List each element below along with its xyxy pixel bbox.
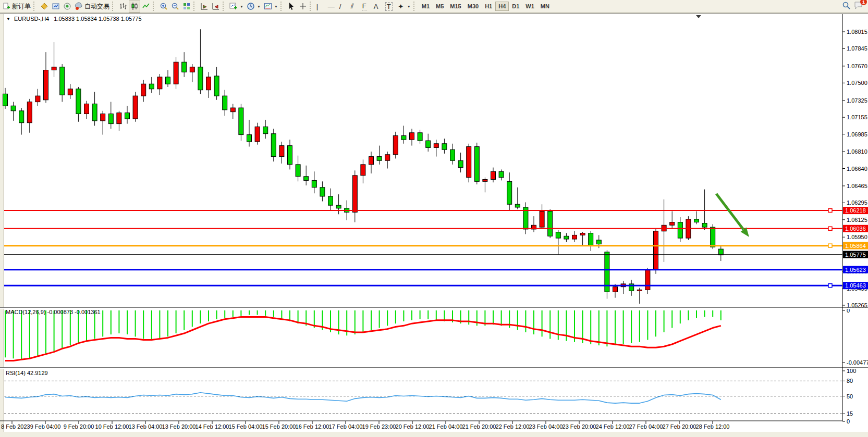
chart-window-icon xyxy=(52,2,60,10)
candle-body xyxy=(369,157,374,165)
chart-window-button[interactable] xyxy=(50,1,62,12)
timeframe-m5-button[interactable]: M5 xyxy=(433,2,447,11)
toolbar-grip xyxy=(153,2,156,11)
cursor-button[interactable] xyxy=(286,1,297,12)
candle-body xyxy=(214,76,219,96)
time-axis-label: 27 Feb 04:00 xyxy=(629,423,663,430)
new-order-button[interactable]: 新订单 xyxy=(2,1,32,12)
new-chart-button[interactable]: ▼ xyxy=(228,1,245,12)
template-button[interactable]: ▼ xyxy=(262,1,279,12)
time-axis-label: 21 Feb 04:00 xyxy=(429,423,463,430)
candle-body xyxy=(467,147,471,178)
new-chart-icon xyxy=(229,2,238,10)
toolbar-right-group: 1 xyxy=(842,1,866,12)
line-chart-icon xyxy=(142,2,150,10)
timeframe-m15-button[interactable]: M15 xyxy=(447,2,464,11)
timeframe-group: M1M5M15M30H1H4D1W1MN xyxy=(419,2,553,11)
shapes-icon: ✦ xyxy=(397,3,405,10)
label-button[interactable]: T xyxy=(384,1,395,12)
period-button[interactable]: ▼ xyxy=(245,1,262,12)
candlestick-chart-button[interactable] xyxy=(129,1,140,13)
tile-windows-icon xyxy=(182,2,191,10)
chat-button[interactable]: 1 xyxy=(854,1,863,11)
zoom-out-button[interactable] xyxy=(169,1,181,12)
timeframe-d1-button[interactable]: D1 xyxy=(509,2,522,11)
trendline-icon: / xyxy=(339,3,341,10)
candle-body xyxy=(166,77,170,84)
fibonacci-button[interactable]: F xyxy=(361,1,372,12)
chart-canvas[interactable]: 1.080151.078451.076701.075001.073251.071… xyxy=(0,0,868,437)
price-axis-label: 1.06125 xyxy=(847,217,867,223)
shapes-button[interactable]: ✦ ▼ xyxy=(395,1,412,12)
symbol-dropdown-icon[interactable]: ▼ xyxy=(6,17,10,21)
candle-body xyxy=(401,136,406,140)
candle-body xyxy=(52,67,56,70)
price-axis-label: 1.07845 xyxy=(847,45,867,52)
price-axis-label: 1.07155 xyxy=(847,114,867,120)
candle-body xyxy=(279,146,284,157)
zoom-in-button[interactable] xyxy=(158,1,169,12)
timeframe-mn-button[interactable]: MN xyxy=(537,2,553,11)
channel-button[interactable]: ⫽ xyxy=(349,1,361,12)
text-button[interactable]: A xyxy=(372,1,384,12)
time-axis-label: 27 Feb 20:00 xyxy=(663,423,696,430)
candle-body xyxy=(361,165,365,176)
window-bottom-strip xyxy=(0,432,868,437)
circle-signal-button[interactable] xyxy=(62,1,73,12)
candle-body xyxy=(540,211,544,228)
candle-body xyxy=(304,177,309,181)
candlestick-icon xyxy=(130,2,139,10)
chart-surface[interactable]: 1.080151.078451.076701.075001.073251.071… xyxy=(0,0,868,437)
line-anchor-handle xyxy=(828,227,832,230)
price-axis-label: 1.06465 xyxy=(847,183,867,189)
candle-body xyxy=(515,204,520,207)
timeframe-m1-button[interactable]: M1 xyxy=(419,2,433,11)
chart-title-row[interactable]: ▼ EURUSD-,H4 1.05833 1.05834 1.05738 1.0… xyxy=(6,16,142,22)
auto-scroll-button[interactable] xyxy=(199,1,210,12)
chevron-down-icon: ▼ xyxy=(240,5,243,8)
search-icon[interactable] xyxy=(842,1,851,12)
candle-body xyxy=(11,106,16,111)
trendline-button[interactable]: / xyxy=(338,1,349,12)
price-axis-label: 1.07670 xyxy=(847,63,867,69)
toolbar-grip xyxy=(310,2,313,11)
bar-chart-button[interactable] xyxy=(117,1,129,12)
candle-body xyxy=(247,135,252,142)
candle-body xyxy=(288,146,292,165)
candle-body xyxy=(654,231,658,270)
candle-body xyxy=(312,180,316,187)
price-tag-label: 1.05623 xyxy=(845,267,866,273)
crosshair-button[interactable] xyxy=(297,1,309,12)
time-axis-label: 22 Feb 12:00 xyxy=(496,423,530,430)
candle-body xyxy=(613,287,618,292)
chart-shift-button[interactable] xyxy=(210,1,222,12)
candle-body xyxy=(3,94,8,106)
candle-body xyxy=(230,108,235,112)
timeframe-h4-button[interactable]: H4 xyxy=(495,2,509,11)
line-chart-button[interactable] xyxy=(140,1,152,12)
timeframe-h1-button[interactable]: H1 xyxy=(482,2,495,11)
candle-body xyxy=(19,111,24,123)
candle-body xyxy=(157,77,162,89)
label-icon: T xyxy=(385,2,393,11)
candle-body xyxy=(117,113,121,124)
timeframe-m30-button[interactable]: M30 xyxy=(464,2,482,11)
candle-body xyxy=(76,89,81,114)
horizontal-line-button[interactable]: — xyxy=(326,1,338,12)
price-tag-label: 1.06036 xyxy=(845,226,866,232)
bar-chart-icon xyxy=(119,2,127,10)
autotrade-button[interactable]: 自动交易 xyxy=(73,1,111,12)
candle-body xyxy=(336,205,341,208)
circle-signal-icon xyxy=(63,2,71,10)
tile-windows-button[interactable] xyxy=(181,1,192,12)
diamond-button[interactable] xyxy=(39,1,50,12)
candle-body xyxy=(182,62,187,72)
timeframe-w1-button[interactable]: W1 xyxy=(522,2,537,11)
candle-body xyxy=(385,155,390,160)
time-axis-label: 21 Feb 20:00 xyxy=(462,423,496,430)
time-axis-label: 23 Feb 20:00 xyxy=(563,423,596,430)
vertical-line-button[interactable]: | xyxy=(315,1,326,12)
candle-body xyxy=(328,196,333,205)
candle-body xyxy=(92,104,97,120)
candle-body xyxy=(702,223,707,228)
